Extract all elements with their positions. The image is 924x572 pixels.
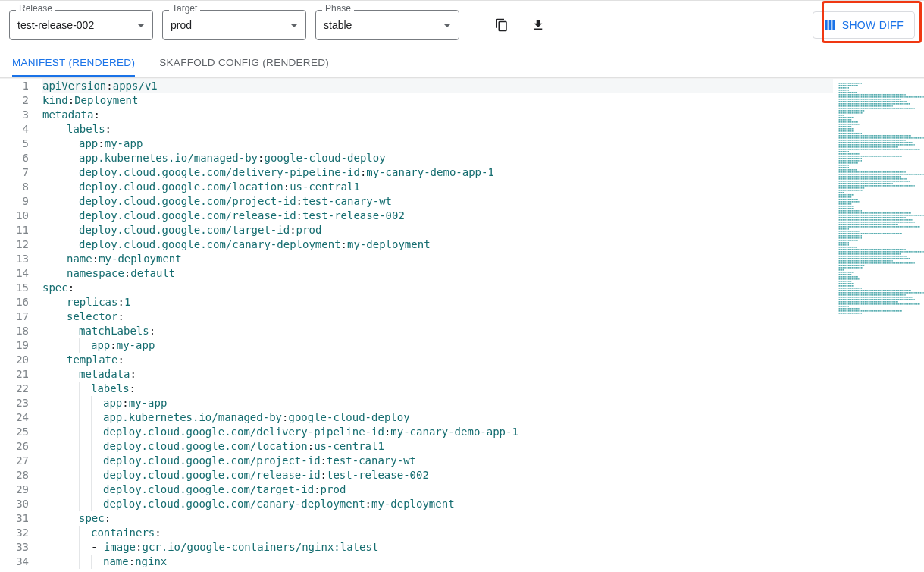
download-icon (531, 18, 545, 32)
show-diff-button[interactable]: SHOW DIFF (813, 11, 915, 39)
chevron-down-icon (443, 24, 451, 27)
show-diff-label: SHOW DIFF (842, 19, 904, 31)
copy-button[interactable] (488, 11, 515, 39)
release-select[interactable]: Release test-release-002 (9, 10, 153, 40)
tab-manifest-rendered[interactable]: MANIFEST (RENDERED) (12, 57, 135, 77)
release-value: test-release-002 (17, 19, 137, 31)
compare-columns-icon (824, 19, 836, 31)
chevron-down-icon (290, 24, 298, 27)
phase-value: stable (324, 19, 443, 31)
line-gutter: 1234567891011121314151617181920212223242… (0, 79, 36, 572)
target-value: prod (171, 19, 290, 31)
phase-label: Phase (322, 4, 354, 13)
release-label: Release (16, 4, 55, 13)
target-select[interactable]: Target prod (162, 10, 306, 40)
chevron-down-icon (137, 24, 145, 27)
copy-icon (495, 18, 509, 32)
toolbar: Release test-release-002 Target prod Pha… (0, 0, 924, 48)
tab-skaffold-config-rendered[interactable]: SKAFFOLD CONFIG (RENDERED) (159, 57, 329, 77)
phase-select[interactable]: Phase stable (315, 10, 459, 40)
code-area[interactable]: apiVersion: apps/v1kind: Deploymentmetad… (36, 79, 833, 572)
tabs: MANIFEST (RENDERED) SKAFFOLD CONFIG (REN… (0, 48, 924, 78)
download-button[interactable] (525, 11, 552, 39)
minimap[interactable]: ▄▄▄▄▄▄▄▄▄▄▄▄▄▄▄▄▄▄▄▄▄▄▄▄▄▄▄▄▄▄▄▄▄▄▄▄▄▄▄▄… (833, 79, 924, 572)
target-label: Target (169, 4, 200, 13)
code-editor[interactable]: 1234567891011121314151617181920212223242… (0, 79, 833, 572)
editor: 1234567891011121314151617181920212223242… (0, 78, 924, 572)
